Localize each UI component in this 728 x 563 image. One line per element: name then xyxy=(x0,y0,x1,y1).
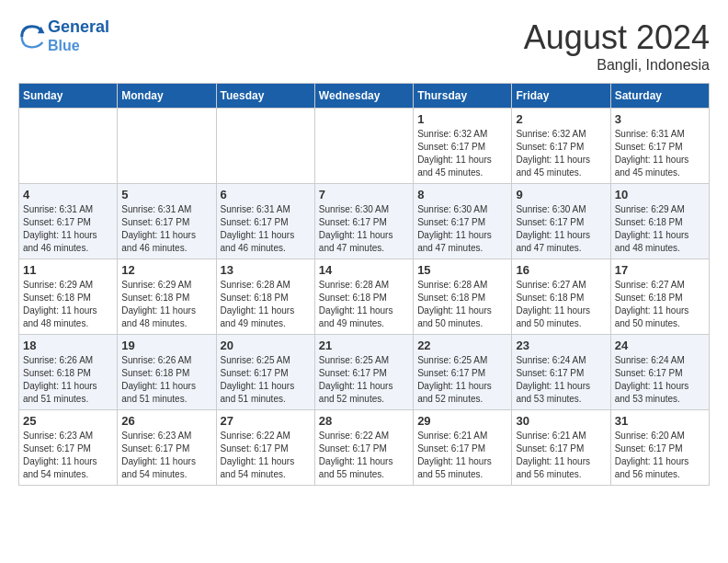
weekday-header-saturday: Saturday xyxy=(610,84,709,109)
calendar-week-row: 11Sunrise: 6:29 AM Sunset: 6:18 PM Dayli… xyxy=(19,259,710,335)
day-info: Sunrise: 6:23 AM Sunset: 6:17 PM Dayligh… xyxy=(121,430,211,481)
calendar-cell: 10Sunrise: 6:29 AM Sunset: 6:18 PM Dayli… xyxy=(610,184,709,259)
page-header: General Blue August 2024 Bangli, Indones… xyxy=(18,18,710,74)
day-info: Sunrise: 6:25 AM Sunset: 6:17 PM Dayligh… xyxy=(417,354,507,406)
weekday-header-thursday: Thursday xyxy=(414,84,512,109)
weekday-header-tuesday: Tuesday xyxy=(216,84,314,109)
day-number: 21 xyxy=(319,339,409,352)
day-info: Sunrise: 6:21 AM Sunset: 6:17 PM Dayligh… xyxy=(417,430,507,481)
day-number: 2 xyxy=(516,112,606,126)
calendar-cell xyxy=(314,109,413,184)
day-info: Sunrise: 6:28 AM Sunset: 6:18 PM Dayligh… xyxy=(417,279,507,330)
calendar-cell: 29Sunrise: 6:21 AM Sunset: 6:17 PM Dayli… xyxy=(414,410,512,486)
weekday-header-wednesday: Wednesday xyxy=(314,84,413,109)
day-info: Sunrise: 6:22 AM Sunset: 6:17 PM Dayligh… xyxy=(319,430,409,481)
day-info: Sunrise: 6:25 AM Sunset: 6:17 PM Dayligh… xyxy=(319,354,409,406)
calendar-week-row: 18Sunrise: 6:26 AM Sunset: 6:18 PM Dayli… xyxy=(19,335,710,410)
day-number: 31 xyxy=(615,414,705,428)
day-number: 30 xyxy=(516,414,606,428)
day-info: Sunrise: 6:20 AM Sunset: 6:17 PM Dayligh… xyxy=(615,430,705,481)
day-number: 29 xyxy=(417,414,507,428)
calendar-cell: 6Sunrise: 6:31 AM Sunset: 6:17 PM Daylig… xyxy=(216,184,314,259)
calendar-cell: 5Sunrise: 6:31 AM Sunset: 6:17 PM Daylig… xyxy=(118,184,216,259)
calendar-cell: 13Sunrise: 6:28 AM Sunset: 6:18 PM Dayli… xyxy=(216,259,314,335)
calendar-cell: 3Sunrise: 6:31 AM Sunset: 6:17 PM Daylig… xyxy=(610,109,709,184)
calendar-cell: 20Sunrise: 6:25 AM Sunset: 6:17 PM Dayli… xyxy=(216,335,314,410)
calendar-cell: 2Sunrise: 6:32 AM Sunset: 6:17 PM Daylig… xyxy=(512,109,610,184)
calendar-week-row: 4Sunrise: 6:31 AM Sunset: 6:17 PM Daylig… xyxy=(19,184,710,259)
day-number: 7 xyxy=(319,188,409,201)
day-number: 1 xyxy=(417,112,507,126)
weekday-header-monday: Monday xyxy=(118,84,216,109)
calendar-cell: 22Sunrise: 6:25 AM Sunset: 6:17 PM Dayli… xyxy=(414,335,512,410)
day-info: Sunrise: 6:28 AM Sunset: 6:18 PM Dayligh… xyxy=(221,279,311,330)
day-info: Sunrise: 6:22 AM Sunset: 6:17 PM Dayligh… xyxy=(221,430,311,481)
logo-icon xyxy=(18,23,46,51)
calendar-cell: 14Sunrise: 6:28 AM Sunset: 6:18 PM Dayli… xyxy=(314,259,413,335)
day-info: Sunrise: 6:30 AM Sunset: 6:17 PM Dayligh… xyxy=(319,203,409,255)
day-number: 19 xyxy=(121,339,211,352)
day-info: Sunrise: 6:32 AM Sunset: 6:17 PM Dayligh… xyxy=(417,128,507,179)
calendar-cell: 17Sunrise: 6:27 AM Sunset: 6:18 PM Dayli… xyxy=(610,259,709,335)
day-info: Sunrise: 6:27 AM Sunset: 6:18 PM Dayligh… xyxy=(516,279,606,330)
day-info: Sunrise: 6:24 AM Sunset: 6:17 PM Dayligh… xyxy=(516,354,606,406)
day-info: Sunrise: 6:24 AM Sunset: 6:17 PM Dayligh… xyxy=(615,354,705,406)
calendar-cell: 26Sunrise: 6:23 AM Sunset: 6:17 PM Dayli… xyxy=(118,410,216,486)
calendar-cell: 12Sunrise: 6:29 AM Sunset: 6:18 PM Dayli… xyxy=(118,259,216,335)
calendar-cell xyxy=(216,109,314,184)
calendar-cell: 1Sunrise: 6:32 AM Sunset: 6:17 PM Daylig… xyxy=(414,109,512,184)
calendar-week-row: 25Sunrise: 6:23 AM Sunset: 6:17 PM Dayli… xyxy=(19,410,710,486)
day-number: 3 xyxy=(615,112,705,126)
logo: General Blue xyxy=(18,18,109,55)
day-info: Sunrise: 6:31 AM Sunset: 6:17 PM Dayligh… xyxy=(615,128,705,179)
day-number: 13 xyxy=(221,263,311,277)
day-info: Sunrise: 6:23 AM Sunset: 6:17 PM Dayligh… xyxy=(23,430,113,481)
day-number: 23 xyxy=(516,339,606,352)
calendar-table: SundayMondayTuesdayWednesdayThursdayFrid… xyxy=(18,83,710,486)
day-info: Sunrise: 6:21 AM Sunset: 6:17 PM Dayligh… xyxy=(516,430,606,481)
day-number: 4 xyxy=(23,188,113,201)
calendar-cell: 31Sunrise: 6:20 AM Sunset: 6:17 PM Dayli… xyxy=(610,410,709,486)
day-number: 26 xyxy=(121,414,211,428)
logo-line2: Blue xyxy=(48,38,80,53)
day-number: 5 xyxy=(121,188,211,201)
calendar-cell: 11Sunrise: 6:29 AM Sunset: 6:18 PM Dayli… xyxy=(19,259,118,335)
month-year-title: August 2024 xyxy=(524,18,710,57)
calendar-cell: 25Sunrise: 6:23 AM Sunset: 6:17 PM Dayli… xyxy=(19,410,118,486)
calendar-cell: 9Sunrise: 6:30 AM Sunset: 6:17 PM Daylig… xyxy=(512,184,610,259)
day-info: Sunrise: 6:31 AM Sunset: 6:17 PM Dayligh… xyxy=(23,203,113,255)
day-info: Sunrise: 6:28 AM Sunset: 6:18 PM Dayligh… xyxy=(319,279,409,330)
logo-line1: General xyxy=(48,17,109,36)
day-number: 24 xyxy=(615,339,705,352)
calendar-cell: 28Sunrise: 6:22 AM Sunset: 6:17 PM Dayli… xyxy=(314,410,413,486)
day-info: Sunrise: 6:29 AM Sunset: 6:18 PM Dayligh… xyxy=(121,279,211,330)
calendar-cell: 27Sunrise: 6:22 AM Sunset: 6:17 PM Dayli… xyxy=(216,410,314,486)
title-block: August 2024 Bangli, Indonesia xyxy=(524,18,710,74)
day-number: 16 xyxy=(516,263,606,277)
day-info: Sunrise: 6:31 AM Sunset: 6:17 PM Dayligh… xyxy=(121,203,211,255)
calendar-cell: 4Sunrise: 6:31 AM Sunset: 6:17 PM Daylig… xyxy=(19,184,118,259)
logo-text: General Blue xyxy=(48,18,109,55)
day-info: Sunrise: 6:31 AM Sunset: 6:17 PM Dayligh… xyxy=(221,203,311,255)
weekday-header-friday: Friday xyxy=(512,84,610,109)
calendar-cell xyxy=(19,109,118,184)
day-info: Sunrise: 6:29 AM Sunset: 6:18 PM Dayligh… xyxy=(615,203,705,255)
calendar-cell: 16Sunrise: 6:27 AM Sunset: 6:18 PM Dayli… xyxy=(512,259,610,335)
calendar-cell: 7Sunrise: 6:30 AM Sunset: 6:17 PM Daylig… xyxy=(314,184,413,259)
day-info: Sunrise: 6:27 AM Sunset: 6:18 PM Dayligh… xyxy=(615,279,705,330)
day-number: 20 xyxy=(221,339,311,352)
calendar-cell: 8Sunrise: 6:30 AM Sunset: 6:17 PM Daylig… xyxy=(414,184,512,259)
day-number: 9 xyxy=(516,188,606,201)
day-number: 11 xyxy=(23,263,113,277)
day-number: 28 xyxy=(319,414,409,428)
day-number: 12 xyxy=(121,263,211,277)
day-number: 14 xyxy=(319,263,409,277)
day-info: Sunrise: 6:29 AM Sunset: 6:18 PM Dayligh… xyxy=(23,279,113,330)
day-info: Sunrise: 6:26 AM Sunset: 6:18 PM Dayligh… xyxy=(121,354,211,406)
calendar-cell: 23Sunrise: 6:24 AM Sunset: 6:17 PM Dayli… xyxy=(512,335,610,410)
day-number: 8 xyxy=(417,188,507,201)
day-number: 18 xyxy=(23,339,113,352)
day-number: 6 xyxy=(221,188,311,201)
day-number: 15 xyxy=(417,263,507,277)
calendar-cell: 18Sunrise: 6:26 AM Sunset: 6:18 PM Dayli… xyxy=(19,335,118,410)
